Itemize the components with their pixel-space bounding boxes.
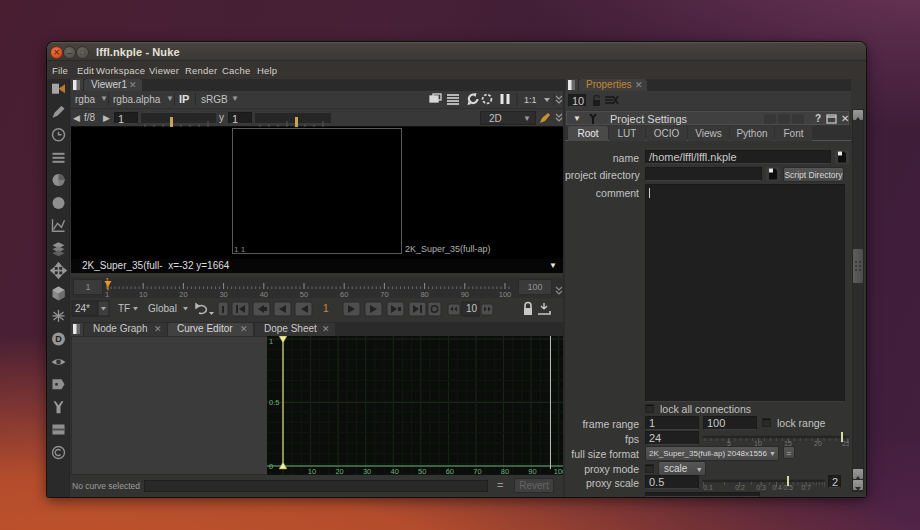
svg-text:20: 20 — [179, 290, 187, 298]
svg-text:0.4: 0.4 — [772, 484, 782, 490]
svg-text:100: 100 — [499, 290, 512, 298]
svg-text:60: 60 — [446, 467, 454, 475]
svg-text:0.1: 0.1 — [703, 484, 713, 490]
svg-text:80: 80 — [501, 467, 509, 475]
svg-text:D: D — [55, 334, 62, 344]
svg-text:10: 10 — [139, 290, 147, 298]
svg-text:60: 60 — [340, 290, 348, 298]
svg-text:90: 90 — [461, 290, 469, 298]
svg-text:10: 10 — [466, 303, 478, 314]
svg-text:TF: TF — [118, 303, 130, 314]
svg-text:30: 30 — [363, 467, 371, 475]
svg-text:25: 25 — [842, 440, 849, 446]
svg-text:90: 90 — [528, 467, 536, 475]
svg-text:10: 10 — [308, 467, 316, 475]
svg-text:0.2: 0.2 — [735, 484, 745, 490]
svg-text:50: 50 — [300, 290, 308, 298]
svg-text:20: 20 — [814, 440, 822, 446]
svg-text:100: 100 — [554, 467, 563, 475]
svg-text:20: 20 — [335, 467, 343, 475]
svg-text:0.3: 0.3 — [756, 484, 766, 490]
svg-text:Global: Global — [148, 303, 177, 314]
svg-text:40: 40 — [260, 290, 268, 298]
svg-text:24*: 24* — [75, 303, 90, 314]
svg-text:1: 1 — [106, 277, 110, 284]
svg-text:70: 70 — [380, 290, 388, 298]
svg-text:30: 30 — [219, 290, 227, 298]
svg-text:80: 80 — [420, 290, 428, 298]
svg-text:1:1: 1:1 — [524, 95, 537, 105]
svg-text:0.5: 0.5 — [269, 398, 279, 407]
svg-text:0.7: 0.7 — [801, 484, 811, 490]
svg-text:50: 50 — [418, 467, 426, 475]
svg-text:1: 1 — [105, 290, 109, 298]
svg-text:0: 0 — [269, 462, 273, 471]
svg-text:1: 1 — [323, 303, 329, 314]
svg-text:70: 70 — [473, 467, 481, 475]
svg-text:1: 1 — [269, 337, 273, 346]
svg-text:40: 40 — [391, 467, 399, 475]
